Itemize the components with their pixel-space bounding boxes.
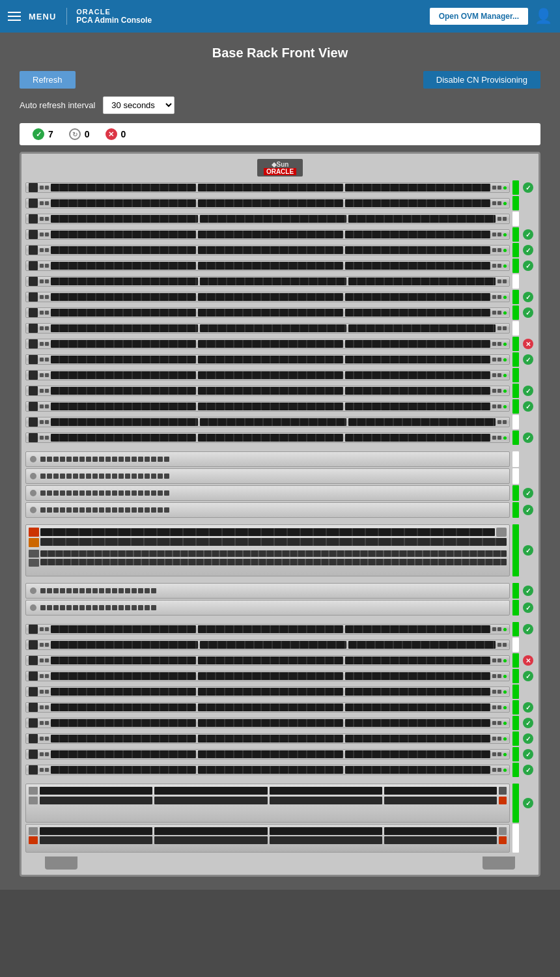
switch-row-3[interactable]: ✓ <box>25 485 535 501</box>
spacer-5 <box>25 778 535 784</box>
error-count: 0 <box>121 129 126 139</box>
server-unit-1[interactable] <box>25 182 510 193</box>
ovm-manager-button[interactable]: Open OVM Manager... <box>430 8 528 25</box>
switch-status-5: ✓ <box>522 586 535 596</box>
server-row-20[interactable]: ✕ <box>25 653 535 668</box>
switch-unit-6[interactable] <box>25 600 510 616</box>
row-indicator-21 <box>512 669 519 683</box>
server-unit-4[interactable] <box>25 229 510 240</box>
switch-unit-3[interactable] <box>25 485 510 501</box>
server-unit-19[interactable] <box>25 640 510 650</box>
server-row-18[interactable]: ✓ <box>25 622 535 636</box>
server-row-27[interactable]: ✓ <box>25 763 535 777</box>
server-unit-3[interactable] <box>25 214 510 224</box>
switch-row-1[interactable] <box>25 451 535 467</box>
server-row-22[interactable] <box>25 685 535 699</box>
disable-cn-button[interactable]: Disable CN Provisioning <box>423 71 540 89</box>
server-unit-25[interactable] <box>25 733 510 744</box>
server-row-5[interactable]: ✓ <box>25 243 535 257</box>
auto-refresh-row: Auto refresh interval 30 seconds 1 minut… <box>20 96 540 114</box>
server-unit-15[interactable] <box>25 401 510 412</box>
bottom-storage-unit[interactable] <box>25 784 510 823</box>
switch-status-3: ✓ <box>522 488 535 498</box>
server-unit-10[interactable] <box>25 323 510 333</box>
server-unit-11[interactable] <box>25 339 510 349</box>
row-indicator-5 <box>512 243 519 257</box>
row-indicator-14 <box>512 384 519 398</box>
bottom-storage-row[interactable]: ✓ <box>25 784 535 823</box>
switch-row-2[interactable] <box>25 468 535 484</box>
server-unit-2[interactable] <box>25 198 510 208</box>
server-row-9[interactable]: ✓ <box>25 305 535 320</box>
final-unit[interactable] <box>25 824 510 853</box>
server-unit-5[interactable] <box>25 245 510 255</box>
user-icon[interactable]: 👤 <box>535 8 552 25</box>
row-status-10 <box>522 323 535 333</box>
ok-icon: ✓ <box>33 128 44 140</box>
server-unit-24[interactable] <box>25 718 510 728</box>
server-unit-22[interactable] <box>25 687 510 697</box>
rack-foot-right <box>483 857 515 870</box>
server-unit-20[interactable] <box>25 655 510 666</box>
server-unit-12[interactable] <box>25 354 510 365</box>
refresh-button[interactable]: Refresh <box>20 71 76 89</box>
server-row-17[interactable]: ✓ <box>25 431 535 445</box>
spacer-1 <box>25 446 535 451</box>
switch-indicator-5 <box>512 583 519 599</box>
server-row-26[interactable]: ✓ <box>25 747 535 761</box>
auto-refresh-label: Auto refresh interval <box>20 100 95 110</box>
server-unit-17[interactable] <box>25 432 510 443</box>
switch-indicator-3 <box>512 485 519 501</box>
storage-unit-1[interactable] <box>25 524 510 576</box>
row-indicator-11 <box>512 337 519 351</box>
server-unit-21[interactable] <box>25 671 510 681</box>
server-unit-13[interactable] <box>25 370 510 380</box>
switch-row-6[interactable]: ✓ <box>25 600 535 616</box>
server-unit-9[interactable] <box>25 307 510 318</box>
server-row-1[interactable]: ✓ <box>25 180 535 195</box>
server-row-24[interactable]: ✓ <box>25 716 535 730</box>
switch-unit-2[interactable] <box>25 468 510 484</box>
rack-front-view: ◆Sun ORACLE ✓ <box>20 152 540 877</box>
server-row-19[interactable] <box>25 638 535 652</box>
header-right: Open OVM Manager... 👤 <box>430 8 552 25</box>
server-row-10[interactable] <box>25 321 535 335</box>
server-row-21[interactable]: ✓ <box>25 669 535 683</box>
row-status-20: ✕ <box>522 655 535 666</box>
server-unit-14[interactable] <box>25 386 510 396</box>
menu-icon[interactable] <box>8 12 21 21</box>
server-unit-16[interactable] <box>25 417 510 427</box>
server-row-23[interactable]: ✓ <box>25 700 535 715</box>
server-row-7[interactable] <box>25 274 535 289</box>
server-unit-6[interactable] <box>25 261 510 271</box>
server-unit-8[interactable] <box>25 292 510 302</box>
server-row-8[interactable]: ✓ <box>25 290 535 304</box>
switch-unit-4[interactable] <box>25 502 510 518</box>
switch-row-5[interactable]: ✓ <box>25 583 535 599</box>
row-indicator-19 <box>512 638 519 652</box>
switch-unit-1[interactable] <box>25 451 510 467</box>
server-unit-26[interactable] <box>25 749 510 759</box>
row-indicator-3 <box>512 212 519 226</box>
refresh-interval-select[interactable]: 30 seconds 1 minute 5 minutes Never <box>103 96 175 114</box>
switch-row-4[interactable]: ✓ <box>25 502 535 518</box>
server-unit-23[interactable] <box>25 702 510 713</box>
server-unit-7[interactable] <box>25 276 510 287</box>
server-row-14[interactable]: ✓ <box>25 384 535 398</box>
menu-label[interactable]: MENU <box>29 12 56 21</box>
server-row-2[interactable] <box>25 196 535 210</box>
server-row-13[interactable] <box>25 368 535 382</box>
server-unit-27[interactable] <box>25 765 510 775</box>
server-row-4[interactable]: ✓ <box>25 227 535 242</box>
switch-unit-5[interactable] <box>25 583 510 599</box>
server-unit-18[interactable] <box>25 624 510 634</box>
server-row-6[interactable]: ✓ <box>25 259 535 273</box>
final-unit-row[interactable] <box>25 824 535 853</box>
server-row-3[interactable] <box>25 212 535 226</box>
server-row-12[interactable]: ✓ <box>25 352 535 367</box>
server-row-11[interactable]: ✕ <box>25 337 535 351</box>
server-row-25[interactable]: ✓ <box>25 731 535 746</box>
storage-row-1[interactable]: ✓ <box>25 524 535 576</box>
server-row-15[interactable]: ✓ <box>25 399 535 414</box>
server-row-16[interactable] <box>25 415 535 429</box>
